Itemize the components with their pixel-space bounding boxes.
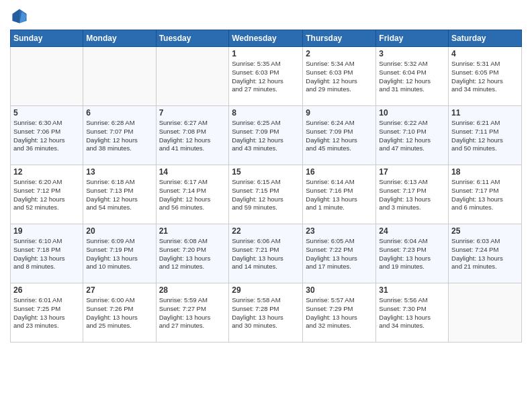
day-number: 1 [232,49,300,58]
day-number: 18 [451,167,519,177]
calendar-cell: 28Sunrise: 5:59 AM Sunset: 7:27 PM Dayli… [156,283,229,342]
svg-marker-2 [13,9,20,24]
day-number: 9 [306,108,373,118]
day-number: 22 [232,226,300,236]
calendar-header-monday: Monday [83,30,156,47]
calendar-cell: 26Sunrise: 6:01 AM Sunset: 7:25 PM Dayli… [11,283,83,342]
day-info: Sunrise: 5:31 AM Sunset: 6:05 PM Dayligh… [451,60,519,94]
calendar-cell: 8Sunrise: 6:25 AM Sunset: 7:09 PM Daylig… [229,106,303,165]
day-info: Sunrise: 6:13 AM Sunset: 7:17 PM Dayligh… [379,178,445,212]
calendar-cell: 31Sunrise: 5:56 AM Sunset: 7:30 PM Dayli… [376,283,449,342]
calendar-header-wednesday: Wednesday [229,30,303,47]
calendar-cell: 27Sunrise: 6:00 AM Sunset: 7:26 PM Dayli… [83,283,156,342]
day-info: Sunrise: 6:15 AM Sunset: 7:15 PM Dayligh… [232,178,300,212]
calendar-cell: 29Sunrise: 5:58 AM Sunset: 7:28 PM Dayli… [229,283,303,342]
calendar-header-friday: Friday [376,30,449,47]
day-number: 6 [86,108,152,118]
day-number: 10 [379,108,445,118]
calendar-header-thursday: Thursday [303,30,376,47]
calendar-cell [11,47,83,106]
day-info: Sunrise: 6:00 AM Sunset: 7:26 PM Dayligh… [86,296,152,330]
day-info: Sunrise: 6:20 AM Sunset: 7:12 PM Dayligh… [13,178,80,212]
calendar-cell: 18Sunrise: 6:11 AM Sunset: 7:17 PM Dayli… [449,165,522,224]
calendar-cell: 11Sunrise: 6:21 AM Sunset: 7:11 PM Dayli… [449,106,522,165]
day-info: Sunrise: 5:35 AM Sunset: 6:03 PM Dayligh… [232,60,300,94]
calendar-cell: 2Sunrise: 5:34 AM Sunset: 6:03 PM Daylig… [303,47,376,106]
day-number: 8 [232,108,300,118]
day-number: 25 [451,226,519,236]
calendar-week-row: 1Sunrise: 5:35 AM Sunset: 6:03 PM Daylig… [11,47,522,106]
day-info: Sunrise: 6:08 AM Sunset: 7:20 PM Dayligh… [159,237,226,271]
calendar-cell: 17Sunrise: 6:13 AM Sunset: 7:17 PM Dayli… [376,165,449,224]
logo [10,7,32,26]
day-number: 19 [13,226,80,236]
day-number: 4 [451,49,519,58]
calendar-cell [156,47,229,106]
day-info: Sunrise: 6:21 AM Sunset: 7:11 PM Dayligh… [451,119,519,153]
day-number: 28 [159,285,226,295]
calendar-cell: 23Sunrise: 6:05 AM Sunset: 7:22 PM Dayli… [303,224,376,283]
day-info: Sunrise: 6:05 AM Sunset: 7:22 PM Dayligh… [306,237,373,271]
calendar-cell: 19Sunrise: 6:10 AM Sunset: 7:18 PM Dayli… [11,224,83,283]
day-number: 11 [451,108,519,118]
day-number: 2 [306,49,373,58]
calendar-cell: 21Sunrise: 6:08 AM Sunset: 7:20 PM Dayli… [156,224,229,283]
day-info: Sunrise: 6:06 AM Sunset: 7:21 PM Dayligh… [232,237,300,271]
calendar-cell: 3Sunrise: 5:32 AM Sunset: 6:04 PM Daylig… [376,47,449,106]
day-number: 27 [86,285,152,295]
logo-icon [10,7,29,26]
calendar-week-row: 26Sunrise: 6:01 AM Sunset: 7:25 PM Dayli… [11,283,522,342]
calendar-header-row: SundayMondayTuesdayWednesdayThursdayFrid… [11,30,522,47]
day-info: Sunrise: 6:17 AM Sunset: 7:14 PM Dayligh… [159,178,226,212]
day-number: 16 [306,167,373,177]
calendar-cell [83,47,156,106]
day-info: Sunrise: 6:14 AM Sunset: 7:16 PM Dayligh… [306,178,373,212]
day-number: 7 [159,108,226,118]
day-info: Sunrise: 6:27 AM Sunset: 7:08 PM Dayligh… [159,119,226,153]
day-info: Sunrise: 5:56 AM Sunset: 7:30 PM Dayligh… [379,296,445,330]
calendar-cell: 14Sunrise: 6:17 AM Sunset: 7:14 PM Dayli… [156,165,229,224]
calendar-cell: 7Sunrise: 6:27 AM Sunset: 7:08 PM Daylig… [156,106,229,165]
day-info: Sunrise: 5:57 AM Sunset: 7:29 PM Dayligh… [306,296,373,330]
day-info: Sunrise: 6:30 AM Sunset: 7:06 PM Dayligh… [13,119,80,153]
calendar-header-saturday: Saturday [449,30,522,47]
calendar-cell: 10Sunrise: 6:22 AM Sunset: 7:10 PM Dayli… [376,106,449,165]
day-number: 31 [379,285,445,295]
calendar-cell: 4Sunrise: 5:31 AM Sunset: 6:05 PM Daylig… [449,47,522,106]
day-number: 14 [159,167,226,177]
calendar-week-row: 5Sunrise: 6:30 AM Sunset: 7:06 PM Daylig… [11,106,522,165]
day-info: Sunrise: 6:22 AM Sunset: 7:10 PM Dayligh… [379,119,445,153]
calendar-cell: 25Sunrise: 6:03 AM Sunset: 7:24 PM Dayli… [449,224,522,283]
day-number: 5 [13,108,80,118]
day-number: 12 [13,167,80,177]
day-info: Sunrise: 6:01 AM Sunset: 7:25 PM Dayligh… [13,296,80,330]
day-number: 3 [379,49,445,58]
calendar-header-tuesday: Tuesday [156,30,229,47]
day-number: 29 [232,285,300,295]
calendar-cell: 5Sunrise: 6:30 AM Sunset: 7:06 PM Daylig… [11,106,83,165]
day-number: 13 [86,167,152,177]
day-number: 24 [379,226,445,236]
calendar-header-sunday: Sunday [11,30,83,47]
calendar-cell: 9Sunrise: 6:24 AM Sunset: 7:09 PM Daylig… [303,106,376,165]
calendar-cell: 22Sunrise: 6:06 AM Sunset: 7:21 PM Dayli… [229,224,303,283]
day-info: Sunrise: 6:03 AM Sunset: 7:24 PM Dayligh… [451,237,519,271]
day-info: Sunrise: 6:18 AM Sunset: 7:13 PM Dayligh… [86,178,152,212]
calendar-cell: 12Sunrise: 6:20 AM Sunset: 7:12 PM Dayli… [11,165,83,224]
calendar-cell: 13Sunrise: 6:18 AM Sunset: 7:13 PM Dayli… [83,165,156,224]
day-info: Sunrise: 5:58 AM Sunset: 7:28 PM Dayligh… [232,296,300,330]
calendar-cell: 24Sunrise: 6:04 AM Sunset: 7:23 PM Dayli… [376,224,449,283]
day-number: 17 [379,167,445,177]
calendar-cell: 6Sunrise: 6:28 AM Sunset: 7:07 PM Daylig… [83,106,156,165]
calendar: SundayMondayTuesdayWednesdayThursdayFrid… [10,30,522,342]
calendar-week-row: 19Sunrise: 6:10 AM Sunset: 7:18 PM Dayli… [11,224,522,283]
day-info: Sunrise: 5:34 AM Sunset: 6:03 PM Dayligh… [306,60,373,94]
calendar-cell: 15Sunrise: 6:15 AM Sunset: 7:15 PM Dayli… [229,165,303,224]
day-info: Sunrise: 6:04 AM Sunset: 7:23 PM Dayligh… [379,237,445,271]
calendar-cell: 16Sunrise: 6:14 AM Sunset: 7:16 PM Dayli… [303,165,376,224]
calendar-cell: 20Sunrise: 6:09 AM Sunset: 7:19 PM Dayli… [83,224,156,283]
day-info: Sunrise: 6:24 AM Sunset: 7:09 PM Dayligh… [306,119,373,153]
day-info: Sunrise: 6:11 AM Sunset: 7:17 PM Dayligh… [451,178,519,212]
day-number: 30 [306,285,373,295]
day-number: 15 [232,167,300,177]
